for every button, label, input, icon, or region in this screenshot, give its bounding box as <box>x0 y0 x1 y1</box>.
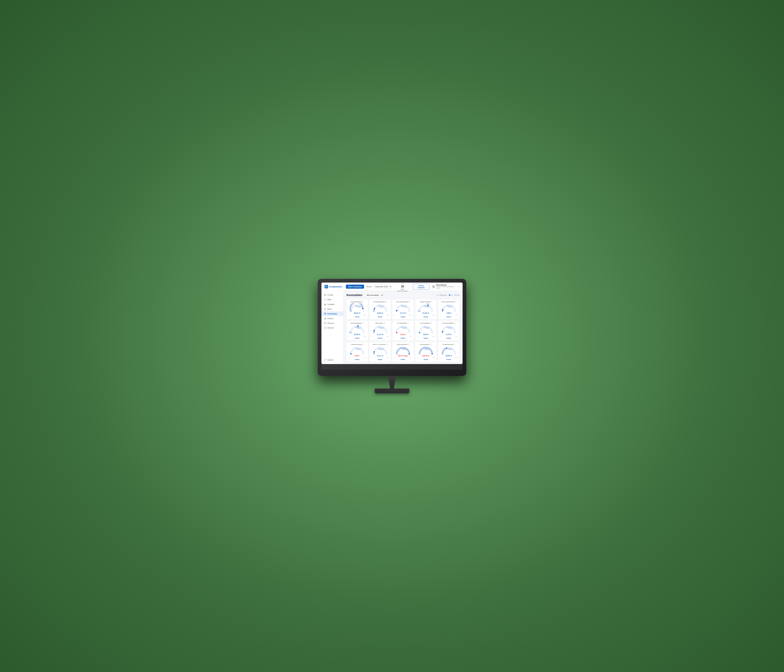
daten-einspielen-button[interactable]: Daten einspielen <box>346 285 364 289</box>
gauge-value-rohertragsmarge: 53,65 % <box>354 334 360 335</box>
gauges-grid: Eigenkapitalquotei 84,91 %0100DetailsFre… <box>347 300 459 362</box>
info-icon[interactable]: i <box>409 301 410 303</box>
plan-label: Plan <box>456 294 459 296</box>
gauge-card-kapitalumschlag: Kapitalumschlagi 0,06 x010Details <box>347 342 368 362</box>
info-icon[interactable]: i <box>408 344 409 345</box>
gauge-svg <box>349 324 365 333</box>
sidebar-spacer <box>322 330 343 357</box>
logo: companyon <box>325 285 342 289</box>
gauge-details-umlauffintensitaet[interactable]: Details <box>446 359 451 360</box>
gauge-details-deckungsgrad-i[interactable]: Details <box>423 359 428 360</box>
monat-dropdown[interactable]: September 2020 <box>373 285 392 289</box>
gauge-svg <box>349 303 365 312</box>
info-icon[interactable]: i <box>431 301 432 303</box>
ist-dot <box>449 295 450 296</box>
sidebar-item-support[interactable]: Support <box>322 357 343 362</box>
info-icon[interactable]: i <box>362 301 364 303</box>
gauge-details-eigenkapitalquote[interactable]: Details <box>355 316 359 318</box>
gauge-svg <box>372 346 388 354</box>
gauge-card-ek-rentabilitaet: EK-Rentabilitäti 0,38 %0100Details <box>392 321 414 341</box>
gauge-svg-container-forderungsintensitaet <box>441 303 457 312</box>
svg-point-34 <box>396 332 398 333</box>
gauge-details-verschuldungsgrad[interactable]: Details <box>401 316 405 318</box>
axis-min: 0 <box>440 336 441 337</box>
axis-min: 0 <box>417 336 418 337</box>
info-icon[interactable]: i <box>362 344 364 345</box>
axis-max: 100 <box>432 336 434 337</box>
gauge-details-return-on-investmet[interactable]: Details <box>378 359 383 360</box>
preise-ansehen-button[interactable]: Preise ansehen <box>413 284 429 290</box>
sidebar-item-bilanz[interactable]: Bilanz <box>322 307 343 311</box>
sidebar-item-berichte[interactable]: Berichte <box>322 326 343 330</box>
gauge-value-umsatzrentabilitaet: 5,70 % <box>446 334 451 335</box>
gauge-title-umsatzrentabilitaet: Umsatzrentabilitäti <box>442 322 455 324</box>
gauge-svg <box>372 303 388 312</box>
sidebar-item-cockpit[interactable]: Cockpit <box>322 293 343 297</box>
gauge-details-gk-rentabilitaet[interactable]: Details <box>423 337 428 339</box>
gauge-details-rohertragsmarge[interactable]: Details <box>355 337 359 339</box>
sidebar-item-planung[interactable]: Planung <box>322 321 343 326</box>
bar-chart-icon <box>324 317 326 320</box>
file-icon <box>324 308 326 310</box>
info-icon[interactable]: i <box>407 322 409 324</box>
gauge-svg-container-ek-rentabilitaet <box>395 324 411 333</box>
info-icon[interactable]: i <box>455 301 456 303</box>
gauge-axis-forderungsintensitaet: 0100 <box>440 314 458 316</box>
gauge-details-forderungsintensitaet[interactable]: Details <box>446 316 451 318</box>
axis-max: 100 <box>386 336 389 337</box>
chart-icon <box>324 313 326 315</box>
axis-min: 0 <box>395 357 395 359</box>
gauge-value-eigenkapitalquote: 84,91 % <box>354 312 360 314</box>
gauge-axis-umlauffintensitaet: 0100 <box>440 357 458 359</box>
gauge-value-kapitalumschlag: 0,06 x <box>355 355 360 357</box>
axis-min: 0 <box>440 357 441 359</box>
chevron-down-icon: ▾ <box>459 286 459 287</box>
axis-min: 0 <box>395 314 395 316</box>
gauge-value-anlageintensitaet: 61,02 % <box>423 312 429 314</box>
info-icon[interactable]: i <box>430 344 432 345</box>
gauge-value-verschuldungsgrad: 17,77 % <box>400 312 406 314</box>
gauge-value-ebit-marge: 11,11 % <box>377 334 383 335</box>
info-icon[interactable]: i <box>362 322 364 324</box>
planung-label: Planung <box>327 322 334 324</box>
avatar <box>432 285 435 289</box>
monat-selector: Monat: September 2020 <box>367 285 392 289</box>
gauge-details-fremdkapitalquote[interactable]: Details <box>378 316 383 318</box>
gauge-details-anlageintensitaet[interactable]: Details <box>423 316 428 318</box>
cockpit-label: Cockpit <box>327 294 333 296</box>
sidebar-item-kennzahlen[interactable]: Kennzahlen <box>322 311 343 316</box>
info-icon[interactable]: i <box>386 301 387 303</box>
svg-rect-1 <box>327 286 327 287</box>
gauge-details-ek-rentabilitaet[interactable]: Details <box>401 337 405 339</box>
gauge-card-return-on-investmet: Return on Investmeti 11,11 %0100Details <box>369 342 391 362</box>
liquiditaet-label: Liquidität <box>327 303 334 305</box>
info-icon[interactable]: i <box>383 322 385 324</box>
user-info[interactable]: Klaus Bassek Wagner Produktionsbetriebe … <box>432 284 459 289</box>
gauge-axis-ek-rentabilitaet: 0100 <box>394 336 412 337</box>
probe-unit: Tagen <box>400 289 404 290</box>
gauge-svg-container-ebit-marge <box>372 324 388 333</box>
sidebar-item-bwa[interactable]: BWA <box>322 297 343 302</box>
zielbereich-label: Zielbereich <box>440 294 447 296</box>
axis-max: 100 <box>455 336 457 337</box>
svg-rect-5 <box>324 294 325 295</box>
gauge-details-debitorenlaufzeit[interactable]: Details <box>401 359 405 360</box>
gauge-svg <box>418 324 434 333</box>
filter-dropdown[interactable]: Alle Kennzahlen <box>364 293 383 297</box>
info-icon[interactable]: i <box>430 322 432 324</box>
info-icon[interactable]: i <box>454 322 456 324</box>
gauge-title-anlageintensitaet: Anlagenintensitäti <box>420 301 432 303</box>
gauge-details-ebit-marge[interactable]: Details <box>378 337 383 339</box>
gauge-title-forderungsintensitaet: Forderungsintensitäti <box>441 301 456 303</box>
sidebar-item-analyse[interactable]: Analyse <box>322 316 343 321</box>
gauge-value-return-on-investmet: 11,11 % <box>377 355 383 357</box>
sidebar-item-liquiditaet[interactable]: Liquidität <box>322 302 343 307</box>
gauge-details-umsatzrentabilitaet[interactable]: Details <box>446 337 451 339</box>
info-icon[interactable]: i <box>386 344 387 345</box>
info-icon[interactable]: i <box>453 344 455 345</box>
gauge-card-umsatzrentabilitaet: Umsatzrentabilitäti 5,70 %0100Details <box>438 321 459 341</box>
gauge-details-kapitalumschlag[interactable]: Details <box>355 359 359 360</box>
gauge-title-return-on-investmet: Return on Investmeti <box>373 344 387 345</box>
search-icon <box>324 298 326 301</box>
user-details: Klaus Bassek Wagner Produktionsbetriebe … <box>436 284 458 289</box>
